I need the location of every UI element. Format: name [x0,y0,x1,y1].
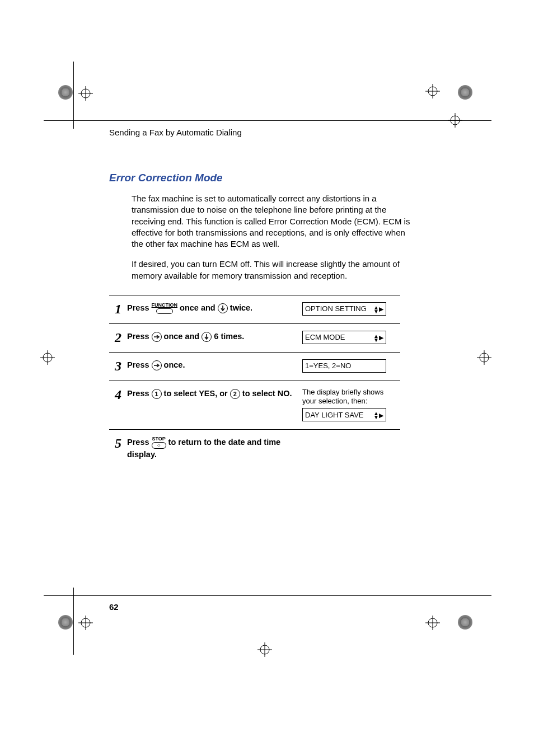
step-row: 1 Press FUNCTION once and twice. OPTIO [109,295,400,324]
function-key-icon: FUNCTION [152,303,178,314]
display-text: OPTION SETTING [305,304,367,313]
page-number: 62 [109,602,119,612]
display-note: The display briefly shows your selection… [302,388,389,406]
text: to select YES, or [164,389,228,398]
text: once. [164,360,185,369]
step-number: 5 [109,436,127,450]
step-instruction: Press once. [127,359,292,372]
digit-key-icon: 2 [230,389,240,399]
content-area: Sending a Fax by Automatic Dialing Error… [109,128,423,469]
crop-line-icon [44,120,491,121]
display-text: 1=YES, 2=NO [305,361,351,370]
paragraph: The fax machine is set to automatically … [132,193,411,250]
crop-line-icon [73,62,74,129]
step-instruction: Press 1 to select YES, or 2 to select NO… [127,388,292,400]
display-text: DAY LIGHT SAVE [305,411,364,419]
nav-arrows-icon: ▲▼▶ [373,304,383,313]
page: Sending a Fax by Automatic Dialing Error… [0,0,534,756]
text: once and [164,332,200,341]
register-icon [78,86,93,101]
register-icon [425,616,440,630]
step-row: 5 Press STOP to return to the date and t… [109,430,400,469]
running-header: Sending a Fax by Automatic Dialing [109,128,423,137]
register-icon [78,616,93,630]
step-row: 4 Press 1 to select YES, or 2 to select … [109,381,400,430]
digit-key-icon: 1 [152,389,162,399]
section-title: Error Correction Mode [109,172,423,184]
lcd-display: ECM MODE ▲▼▶ [302,331,386,344]
text: Press [127,389,149,398]
lcd-display: OPTION SETTING ▲▼▶ [302,302,386,316]
paragraph: If desired, you can turn ECM off. This w… [132,259,411,281]
text: to return to the date and time display. [127,438,280,459]
nav-arrows-icon: ▲▼▶ [373,333,383,342]
step-row: 3 Press once. 1=YES, 2=NO [109,353,400,381]
down-key-icon [202,332,212,342]
step-number: 2 [109,331,127,344]
crop-disc-icon [458,615,472,630]
down-key-icon [218,303,228,313]
lcd-display: DAY LIGHT SAVE ▲▼▶ [302,408,386,421]
text: Press [127,360,149,369]
register-icon [40,350,55,365]
step-instruction: Press FUNCTION once and twice. [127,302,292,314]
text: Press [127,303,149,312]
step-number: 4 [109,388,127,401]
step-row: 2 Press once and 6 times. ECM MODE ▲▼▶ [109,324,400,353]
crop-disc-icon [458,85,472,100]
right-key-icon [152,332,162,342]
text: Press [127,438,149,447]
crop-line-icon [44,595,491,596]
text: 6 times. [214,332,244,341]
crop-disc-icon [58,615,73,630]
text: twice. [230,303,252,312]
text: to select NO. [242,389,292,398]
lcd-display: 1=YES, 2=NO [302,359,386,373]
display-text: ECM MODE [305,333,345,341]
step-number: 3 [109,359,127,373]
text: once and [180,303,216,312]
step-number: 1 [109,302,127,316]
nav-arrows-icon: ▲▼▶ [373,410,383,419]
steps-table: 1 Press FUNCTION once and twice. OPTIO [109,295,400,469]
register-icon [477,350,491,365]
register-icon [257,642,272,657]
crop-disc-icon [58,85,73,100]
step-instruction: Press STOP to return to the date and tim… [127,436,292,461]
crop-line-icon [73,588,74,655]
register-icon [425,84,440,98]
text: Press [127,332,149,341]
key-label: FUNCTION [152,302,178,308]
step-instruction: Press once and 6 times. [127,331,292,343]
key-label: STOP [152,436,165,442]
stop-key-icon: STOP [152,436,166,449]
right-key-icon [152,360,162,370]
